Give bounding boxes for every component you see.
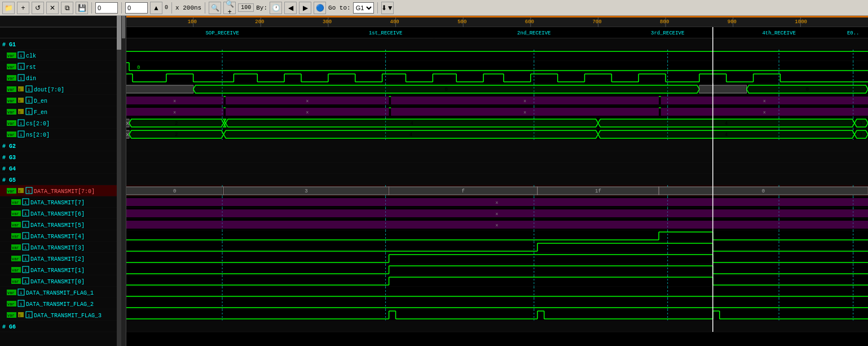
by-label: By:	[256, 5, 267, 11]
zoom-in[interactable]: 🔍+	[223, 2, 236, 14]
zoom-mode-2[interactable]: 🔵	[314, 2, 326, 14]
goto-select[interactable]: G1G2G3G4G5G6	[353, 2, 374, 14]
separator-1	[91, 2, 92, 14]
zoom-percent: 100	[238, 3, 254, 12]
separator-4	[205, 2, 205, 14]
cursor-input[interactable]	[125, 2, 148, 14]
delete-button[interactable]: ✕	[46, 2, 59, 14]
zoom-fit[interactable]: 🔍	[209, 2, 221, 14]
cursor-delta: 0	[165, 5, 168, 11]
toolbar: 📁 + ↺ ✕ ⧉ 💾 ▲ 0 x 200ns 🔍 🔍+ 100 By: 🕐 ◀…	[0, 0, 868, 16]
separator-3	[171, 2, 172, 14]
main-container	[0, 16, 868, 346]
copy-button[interactable]: ⧉	[61, 2, 73, 14]
save-button[interactable]: 💾	[76, 2, 88, 14]
goto-label: Go to:	[328, 5, 351, 11]
zoom-mode-1[interactable]: 🕐	[270, 2, 282, 14]
export-button[interactable]: ⬇▼	[381, 2, 394, 14]
zoom-fwd[interactable]: ▶	[299, 2, 311, 14]
v-scrollbar[interactable]	[117, 16, 121, 346]
waveform-container	[0, 16, 868, 346]
v-scrollbar-thumb[interactable]	[117, 16, 121, 50]
undo-button[interactable]: ↺	[32, 2, 44, 14]
zoom-back[interactable]: ◀	[284, 2, 297, 14]
add-button[interactable]: +	[17, 2, 29, 14]
separator-2	[121, 2, 122, 14]
separator-5	[377, 2, 378, 14]
time-input[interactable]	[95, 2, 118, 14]
cursor-up[interactable]: ▲	[150, 2, 162, 14]
timescale-label: x 200ns	[175, 5, 201, 11]
waveform-canvas[interactable]	[0, 16, 868, 346]
new-button[interactable]: 📁	[2, 2, 15, 14]
